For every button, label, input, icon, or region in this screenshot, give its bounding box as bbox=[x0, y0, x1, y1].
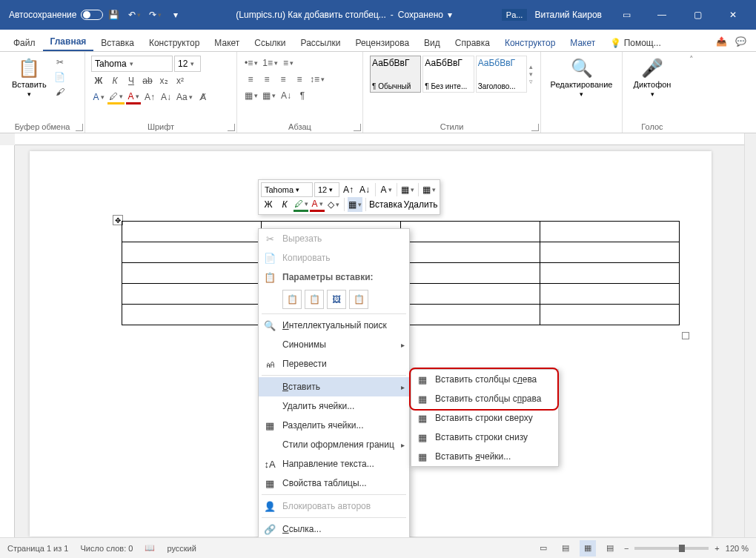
change-case-button[interactable]: Aa bbox=[175, 90, 194, 104]
tab-file[interactable]: Файл bbox=[6, 35, 43, 51]
ctx-synonyms[interactable]: Синонимы▸ bbox=[259, 335, 409, 354]
sort-button[interactable]: A↓ bbox=[279, 88, 294, 103]
grow-font-button[interactable]: A↑ bbox=[142, 90, 157, 104]
zoom-level[interactable]: 120 % bbox=[726, 544, 749, 553]
italic-button[interactable]: К bbox=[107, 73, 122, 88]
show-marks-button[interactable]: ¶ bbox=[295, 88, 310, 103]
font-color-button[interactable]: A bbox=[126, 90, 141, 104]
font-name-selector[interactable]: Tahoma▾ bbox=[91, 56, 173, 72]
undo-button[interactable]: ↶ bbox=[125, 6, 143, 24]
ctx-delete-cells[interactable]: Удалить ячейки... bbox=[259, 396, 409, 416]
share-button[interactable]: 📤 bbox=[712, 32, 731, 51]
style-no-spacing[interactable]: АаБбВвГ ¶ Без инте... bbox=[422, 56, 474, 93]
tab-insert[interactable]: Вставка bbox=[93, 35, 142, 51]
view-print[interactable]: ▦ bbox=[580, 540, 596, 557]
tab-tellme[interactable]: 💡 Помощ... bbox=[603, 35, 668, 51]
redo-button[interactable]: ↷ bbox=[146, 6, 164, 24]
save-icon[interactable]: 💾 bbox=[105, 6, 122, 24]
superscript-button[interactable]: x² bbox=[173, 73, 188, 88]
justify-button[interactable]: ≡ bbox=[292, 72, 307, 87]
paragraph-launcher[interactable] bbox=[354, 124, 361, 131]
tab-references[interactable]: Ссылки bbox=[247, 35, 293, 51]
strike-button[interactable]: ab bbox=[140, 73, 155, 88]
align-right-button[interactable]: ≡ bbox=[276, 72, 291, 87]
tab-mailings[interactable]: Рассылки bbox=[294, 35, 348, 51]
ribbon-options-button[interactable]: ▭ bbox=[609, 0, 643, 30]
tab-review[interactable]: Рецензирова bbox=[348, 35, 417, 51]
mini-delete-table[interactable]: ▦ bbox=[422, 182, 437, 197]
tab-help[interactable]: Справка bbox=[448, 35, 497, 51]
mini-shading[interactable]: ◇ bbox=[326, 197, 341, 212]
multilevel-button[interactable]: ≡ bbox=[281, 56, 296, 70]
numbering-button[interactable]: 1≡ bbox=[261, 56, 279, 70]
clear-formatting-button[interactable]: A̸ bbox=[196, 90, 210, 104]
subscript-button[interactable]: x₂ bbox=[156, 73, 171, 88]
tab-constructor[interactable]: Конструктор bbox=[142, 35, 207, 51]
autosave-toggle[interactable]: Автосохранение bbox=[9, 10, 103, 20]
horizontal-ruler[interactable] bbox=[15, 133, 744, 145]
status-words[interactable]: Число слов: 0 bbox=[80, 544, 133, 553]
highlight-button[interactable]: 🖊 bbox=[107, 90, 125, 104]
style-normal[interactable]: АаБбВвГ ¶ Обычный bbox=[370, 56, 421, 93]
vertical-ruler[interactable] bbox=[0, 145, 15, 537]
format-painter-button[interactable]: 🖌 bbox=[53, 84, 67, 99]
text-effects-button[interactable]: A bbox=[91, 90, 106, 104]
tab-layout[interactable]: Макет bbox=[207, 35, 247, 51]
ctx-smart-lookup[interactable]: 🔍ИИнтеллектуальный поискнтеллектуальный … bbox=[259, 316, 409, 335]
shading-button[interactable]: ▦ bbox=[243, 88, 259, 103]
ctx-split-cells[interactable]: ▦Разделить ячейки... bbox=[259, 416, 409, 435]
vertical-scrollbar[interactable] bbox=[744, 133, 756, 537]
style-heading[interactable]: АаБбВвГ Заголово... bbox=[476, 56, 527, 93]
mini-font-color[interactable]: A bbox=[310, 197, 325, 212]
submenu-cells[interactable]: ▦Вставить ячейки... bbox=[411, 447, 558, 466]
account-badge[interactable]: Pa... bbox=[502, 9, 528, 21]
mini-styles[interactable]: A bbox=[379, 182, 394, 197]
status-page[interactable]: Страница 1 из 1 bbox=[7, 544, 68, 553]
collapse-ribbon[interactable]: ˄ bbox=[682, 52, 701, 133]
view-read[interactable]: ▤ bbox=[557, 540, 574, 557]
tab-table-constructor[interactable]: Конструктор bbox=[497, 35, 563, 51]
status-language[interactable]: русский bbox=[167, 544, 196, 553]
mini-font-name[interactable]: Tahoma▾ bbox=[261, 182, 313, 197]
zoom-out[interactable]: − bbox=[624, 544, 629, 553]
mini-grow-font[interactable]: A↑ bbox=[341, 182, 356, 197]
table-resize-handle[interactable] bbox=[682, 332, 689, 339]
mini-insert-label[interactable]: Вставка bbox=[369, 197, 402, 212]
cut-button[interactable]: ✂ bbox=[53, 55, 67, 70]
ctx-copy[interactable]: 📄Копировать bbox=[259, 248, 409, 268]
ctx-link[interactable]: 🔗Ссылка... bbox=[259, 519, 409, 539]
ctx-block-authors[interactable]: 👤Блокировать авторов bbox=[259, 496, 409, 516]
bold-button[interactable]: Ж bbox=[91, 73, 106, 88]
paste-picture[interactable]: 🖼 bbox=[327, 290, 346, 309]
copy-button[interactable]: 📄 bbox=[53, 70, 67, 84]
maximize-button[interactable]: ▢ bbox=[680, 0, 714, 30]
bullets-button[interactable]: •≡ bbox=[243, 56, 259, 70]
ctx-cut[interactable]: ✂Вырезать bbox=[259, 229, 409, 248]
paste-button[interactable]: 📋 Вставить ▾ bbox=[6, 55, 53, 101]
view-focus[interactable]: ▭ bbox=[535, 540, 551, 557]
comments-button[interactable]: 💬 bbox=[731, 32, 750, 51]
shrink-font-button[interactable]: A↓ bbox=[159, 90, 173, 104]
submenu-cols-left[interactable]: ▦Вставить столбцы слева bbox=[411, 370, 558, 389]
status-proofing-icon[interactable]: 📖 bbox=[145, 543, 155, 553]
styles-more[interactable]: ▴▾▿ bbox=[528, 55, 534, 93]
mini-highlight[interactable]: 🖊 bbox=[294, 197, 308, 212]
mini-italic[interactable]: К bbox=[277, 197, 292, 212]
mini-borders[interactable]: ▦ bbox=[348, 197, 362, 212]
minimize-button[interactable]: ― bbox=[645, 0, 679, 30]
line-spacing-button[interactable]: ↕≡ bbox=[308, 72, 326, 87]
underline-button[interactable]: Ч bbox=[124, 73, 139, 88]
ctx-table-properties[interactable]: ▦Свойства таблицы... bbox=[259, 474, 409, 493]
align-left-button[interactable]: ≡ bbox=[243, 72, 258, 87]
font-size-selector[interactable]: 12▾ bbox=[174, 56, 201, 72]
editing-button[interactable]: 🔍 Редактирование ▾ bbox=[547, 55, 616, 101]
ctx-border-styles[interactable]: Стили оформления границ▸ bbox=[259, 435, 409, 454]
ctx-translate[interactable]: 🗚Перевести bbox=[259, 354, 409, 373]
align-center-button[interactable]: ≡ bbox=[259, 72, 274, 87]
zoom-in[interactable]: + bbox=[714, 544, 719, 553]
submenu-rows-above[interactable]: ▦Вставить строки сверху bbox=[411, 408, 558, 428]
font-launcher[interactable] bbox=[228, 124, 235, 131]
mini-shrink-font[interactable]: A↓ bbox=[357, 182, 372, 197]
paste-keep-source[interactable]: 📋 bbox=[282, 290, 302, 309]
view-web[interactable]: ▤ bbox=[602, 540, 618, 557]
